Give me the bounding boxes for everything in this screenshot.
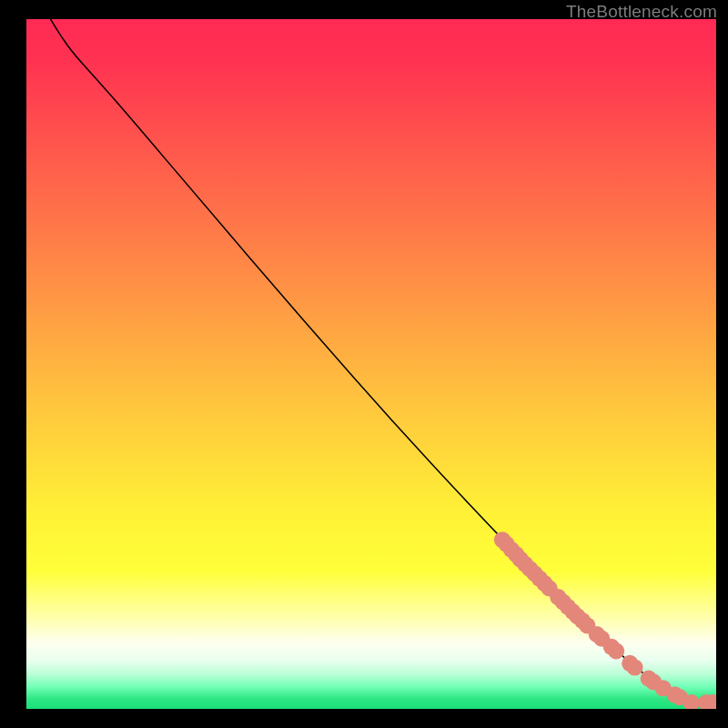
chart-stage: TheBottleneck.com [0,0,728,728]
chart-svg [26,19,716,709]
highlight-dot [608,642,624,659]
chart-background [26,19,716,709]
highlight-dot [626,659,642,675]
chart-plot-area [26,19,716,709]
attribution-text: TheBottleneck.com [566,2,717,22]
